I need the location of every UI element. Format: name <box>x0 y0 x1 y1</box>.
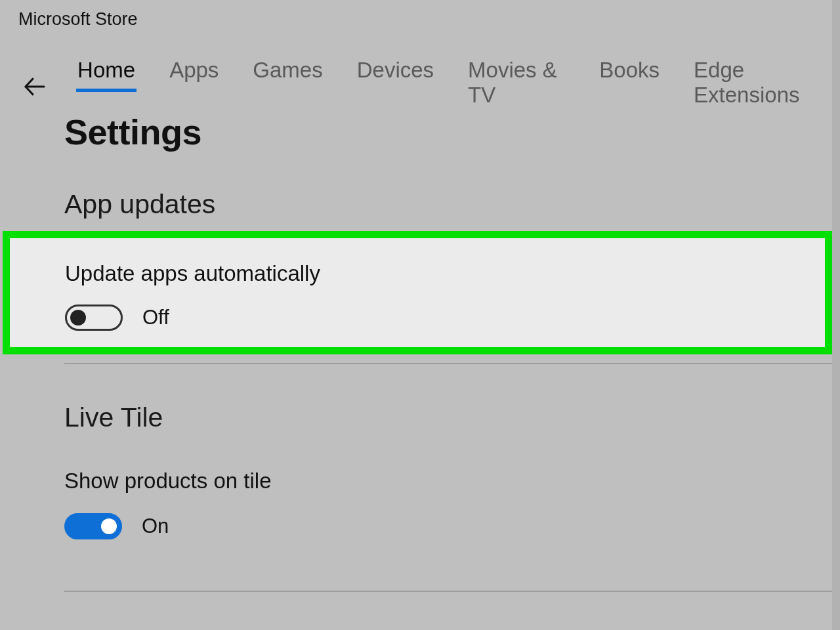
tab-movies-tv[interactable]: Movies & TV <box>467 56 566 117</box>
setting-label-show-products-on-tile: Show products on tile <box>64 469 272 494</box>
back-button[interactable] <box>18 69 51 104</box>
nav-tabs: Home Apps Games Devices Movies & TV Book… <box>76 56 824 117</box>
toggle-update-apps-automatically[interactable] <box>65 304 123 331</box>
toggle-state-update-apps-automatically: Off <box>142 306 169 329</box>
live-tile-setting: Show products on tile On <box>64 469 272 539</box>
toggle-knob-icon <box>70 310 86 326</box>
toggle-row-update-apps-automatically: Off <box>65 304 776 331</box>
arrow-left-icon <box>23 75 47 98</box>
highlighted-setting-app-updates: Update apps automatically Off <box>3 231 832 354</box>
section-divider <box>64 363 832 364</box>
setting-label-update-apps-automatically: Update apps automatically <box>65 261 776 286</box>
toggle-knob-icon <box>101 518 117 534</box>
page-title: Settings <box>64 112 201 152</box>
toggle-state-show-products-on-tile: On <box>142 514 169 538</box>
tab-games[interactable]: Games <box>251 56 324 92</box>
top-nav: Home Apps Games Devices Movies & TV Book… <box>18 56 824 117</box>
section-divider <box>64 591 832 592</box>
toggle-show-products-on-tile[interactable] <box>64 513 122 539</box>
tab-edge-extensions[interactable]: Edge Extensions <box>692 56 824 117</box>
tab-home[interactable]: Home <box>76 56 136 92</box>
tab-devices[interactable]: Devices <box>356 56 435 92</box>
tab-books[interactable]: Books <box>598 56 661 92</box>
toggle-row-show-products-on-tile: On <box>64 513 272 539</box>
tab-apps[interactable]: Apps <box>168 56 220 92</box>
section-heading-live-tile: Live Tile <box>64 402 163 433</box>
app-title: Microsoft Store <box>18 9 138 30</box>
section-heading-app-updates: App updates <box>64 189 215 220</box>
